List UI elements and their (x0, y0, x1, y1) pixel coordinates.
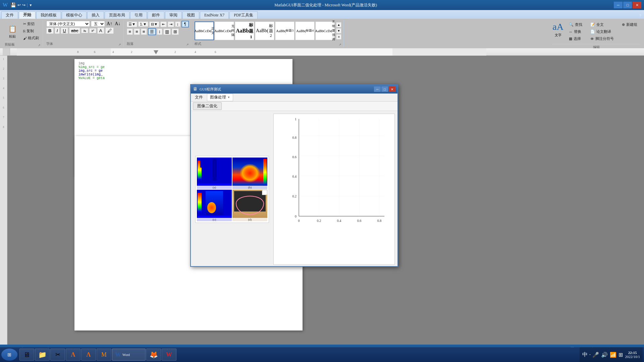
gui-menu-image-processing[interactable]: 图像处理 ▼ (207, 94, 233, 101)
outline-button[interactable]: ⊟▼ (149, 21, 159, 27)
tab-page-layout[interactable]: 页面布局 (105, 11, 129, 19)
numbering-button[interactable]: 1.▼ (138, 21, 148, 27)
bold-button[interactable]: B (46, 27, 54, 34)
taskbar-files[interactable]: 📁 (35, 349, 50, 361)
tray-speaker[interactable]: 🔊 (601, 352, 608, 358)
start-button[interactable]: ⊞ (1, 349, 17, 361)
show-formatting[interactable]: ¶ (181, 21, 189, 27)
justify[interactable]: ☰ (148, 28, 156, 35)
styles-scroll-down[interactable]: ▼ (336, 28, 341, 34)
font-name-select[interactable]: 宋体 (中文正文) (46, 21, 90, 27)
svg-text:6: 6 (215, 50, 216, 54)
style-h2[interactable]: AaBb(标题2 (255, 21, 274, 40)
style-no-spacing[interactable]: AaBbCcDd无间隔 (215, 21, 234, 40)
borders[interactable]: ⊞ (172, 28, 179, 35)
taskbar-lambda2[interactable]: Λ (81, 349, 96, 361)
copy-button[interactable]: ⎘ 复制 (21, 28, 41, 34)
font-shrink-button[interactable]: A↓ (114, 21, 121, 26)
qa-separator: | (27, 3, 28, 8)
line-spacing[interactable]: ↕ (157, 28, 163, 35)
tab-file[interactable]: 文件 (1, 11, 18, 19)
tray-network[interactable]: 📶 (610, 352, 616, 358)
tab-view[interactable]: 视图 (182, 11, 199, 19)
qa-redo[interactable]: ↪ (22, 3, 25, 8)
taskbar-explorer[interactable]: 🖥 (19, 349, 34, 361)
check-button[interactable]: 👁 脚注分符号 (588, 36, 616, 42)
taskbar-word[interactable]: W Word (112, 349, 146, 361)
style-subtle[interactable]: AaBbCcDd不明显强调 (315, 21, 335, 40)
align-left[interactable]: ≡ (127, 28, 133, 35)
taskbar-wps[interactable]: W (162, 349, 176, 361)
gui-menu-file[interactable]: 文件 (192, 94, 206, 101)
qa-undo[interactable]: ↩ (17, 3, 21, 8)
style-normal[interactable]: AaBbCcDd正文 (195, 21, 214, 40)
superscript-button[interactable]: x² (89, 28, 96, 33)
taskbar-lambda1[interactable]: Λ (66, 349, 80, 361)
font-collapse[interactable]: ↗ (118, 43, 121, 46)
taskbar-scissors[interactable]: ✂ (50, 349, 65, 361)
strikethrough-button[interactable]: abc (69, 27, 80, 34)
qa-save[interactable]: 💾 (10, 2, 16, 8)
tab-pdf[interactable]: PDF工具集 (229, 11, 258, 19)
tray-ime[interactable]: 中 (582, 351, 588, 358)
gui-minimize[interactable]: ─ (374, 86, 381, 92)
indent-increase[interactable]: ⇥ (168, 21, 174, 27)
replace-button[interactable]: ↔ 替换 (566, 28, 585, 35)
image-cell-d: (d) (232, 190, 267, 221)
gui-close[interactable]: ✕ (389, 86, 395, 92)
align-center[interactable]: ≡ (134, 28, 140, 35)
styles-collapse[interactable]: ↗ (339, 43, 341, 46)
font-grow-button[interactable]: A↑ (106, 21, 113, 26)
taskbar-firefox[interactable]: 🦊 (146, 349, 161, 361)
styles-more[interactable]: ≡ (336, 34, 341, 40)
binarize-button[interactable]: 图像二值化 (193, 102, 222, 110)
tab-mytemplate[interactable]: 我的模板 (36, 11, 61, 19)
full-text-label: 全文 (596, 22, 604, 27)
maximize-button[interactable]: □ (623, 2, 632, 8)
tray-clock[interactable]: 22:15 2022/10/1 (625, 351, 640, 359)
paper-translate-button[interactable]: 📄 论文翻译 (588, 28, 616, 35)
tray-mic[interactable]: 🎤 (592, 352, 599, 358)
svg-text:0.4: 0.4 (292, 175, 297, 178)
italic-button[interactable]: I (55, 27, 60, 34)
underline-button[interactable]: U (61, 27, 68, 34)
gui-maximize[interactable]: □ (381, 86, 388, 92)
qa-more[interactable]: ▼ (29, 3, 33, 7)
styles-scroll-up[interactable]: ▲ (336, 22, 341, 27)
font-color-button[interactable]: A (97, 27, 104, 34)
find-button[interactable]: 🔍 查找 (566, 21, 585, 28)
new-group-button[interactable]: ⊕ 新建组 (619, 21, 640, 28)
full-translate-button[interactable]: 📝 全文 (588, 21, 616, 28)
tab-review[interactable]: 审阅 (165, 11, 182, 19)
paste-button[interactable]: 📋 粘贴 (5, 22, 20, 40)
tab-insert[interactable]: 插入 (87, 11, 104, 19)
minimize-button[interactable]: ─ (614, 2, 623, 8)
subscript-button[interactable]: x₂ (81, 28, 88, 33)
para-collapse[interactable]: ↗ (186, 43, 189, 46)
indent-decrease[interactable]: ⇤ (160, 21, 167, 27)
cut-button[interactable]: ✂ 剪切 (21, 21, 41, 27)
clipboard-collapse[interactable]: ↗ (38, 44, 41, 47)
taskbar-matlab[interactable]: M (97, 349, 111, 361)
tab-references[interactable]: 引用 (130, 11, 147, 19)
format-painter-button[interactable]: 🖌 格式刷 (21, 35, 41, 41)
tray-layout[interactable]: ⊞ (619, 352, 623, 358)
bullets-button[interactable]: ☰▼ (127, 21, 137, 27)
styles-label: 样式 (195, 41, 201, 46)
ribbon-help[interactable]: ？ (637, 13, 644, 19)
style-h4[interactable]: AaBb(标题4 (295, 21, 315, 40)
tab-template-center[interactable]: 模板中心 (62, 11, 87, 19)
tab-mailings[interactable]: 邮件 (148, 11, 164, 19)
sort-button[interactable]: ↕ (175, 21, 180, 27)
shading[interactable]: ▥ (163, 28, 171, 35)
style-h3[interactable]: AaBb(标题3 (275, 21, 294, 40)
select-button[interactable]: ▦ 选择 (566, 36, 585, 42)
tab-home[interactable]: 开始 (19, 11, 36, 19)
font-size-select[interactable]: 五号 (91, 21, 105, 27)
close-button[interactable]: ✕ (633, 2, 641, 8)
highlight-button[interactable]: 🖊 (105, 27, 114, 34)
tab-endnote[interactable]: EndNote X7 (200, 11, 229, 19)
aA-button[interactable]: aA (552, 21, 564, 32)
align-right[interactable]: ≡ (141, 28, 147, 35)
style-h1[interactable]: AaBb标题1 (235, 21, 254, 40)
